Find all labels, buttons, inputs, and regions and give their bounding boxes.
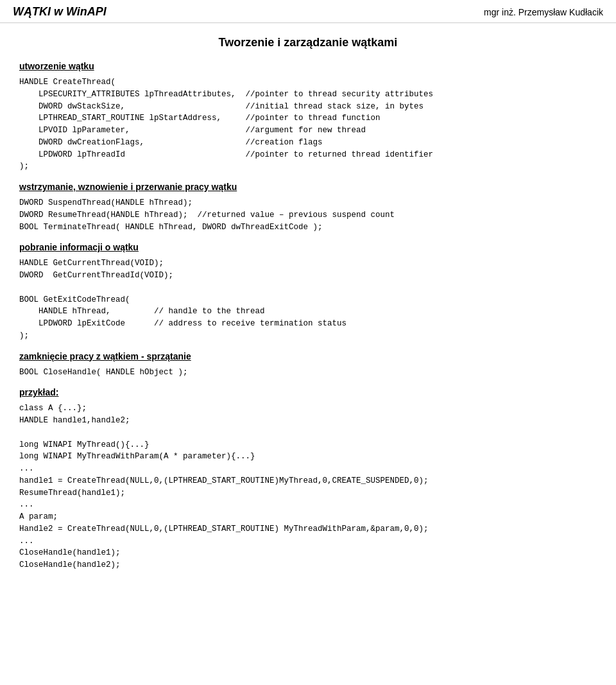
- code-block-zamkniecie: BOOL CloseHandle( HANDLE hObject );: [19, 367, 597, 379]
- code-block-wstrzymanie: DWORD SuspendThread(HANDLE hThread); DWO…: [19, 197, 597, 233]
- code-block-pobranie: HANDLE GetCurrentThread(VOID); DWORD Get…: [19, 257, 597, 342]
- section-heading-przyklad: przykład:: [19, 387, 597, 397]
- code-block-przyklad: class A {...}; HANDLE handle1,handle2; l…: [19, 403, 597, 571]
- code-block-tworzenie: HANDLE CreateThread( LPSECURITY_ATTRIBUT…: [19, 76, 597, 173]
- section-heading-tworzenie: utworzenie wątku: [19, 61, 597, 71]
- main-content: Tworzenie i zarządzanie wątkami utworzen…: [0, 30, 616, 591]
- section-heading-pobranie: pobranie informacji o wątku: [19, 242, 597, 252]
- header-author: mgr inż. Przemysław Kudłacik: [484, 7, 603, 17]
- page-header: WĄTKI w WinAPI mgr inż. Przemysław Kudła…: [0, 0, 616, 23]
- header-title: WĄTKI w WinAPI: [13, 5, 107, 19]
- page-title: Tworzenie i zarządzanie wątkami: [19, 36, 597, 49]
- section-heading-wstrzymanie: wstrzymanie, wznowienie i przerwanie pra…: [19, 182, 597, 192]
- section-heading-zamkniecie: zamknięcie pracy z wątkiem - sprzątanie: [19, 351, 597, 361]
